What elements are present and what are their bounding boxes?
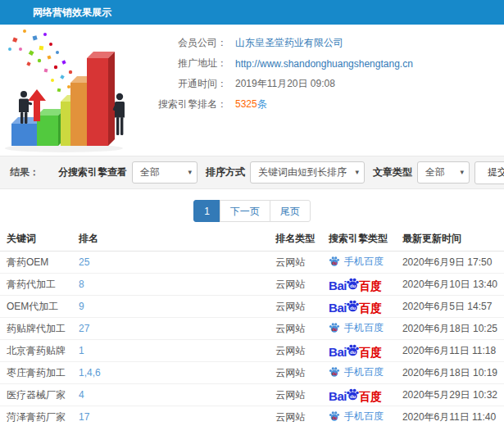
table-row: OEM代加工 9 云网站 Bai du 百度 2020年6月5日 14:57 [0, 296, 504, 318]
header-rank: 排名 [72, 227, 269, 252]
info-row-url: 推广地址： http://www.shandonghuangshengtang.… [152, 53, 413, 74]
updated-time-cell: 2020年6月18日 10:19 [396, 362, 504, 384]
baidu-paw-icon: du [329, 322, 340, 333]
keyword-cell: 枣庄膏药加工 [0, 362, 72, 384]
page-button-next[interactable]: 下一页 [220, 200, 270, 222]
promo-url-label: 推广地址： [152, 57, 227, 70]
engine-filter-value: 全部 [140, 166, 160, 178]
header-rank-type: 排名类型 [269, 227, 322, 252]
info-row-company: 会员公司： 山东皇圣堂药业有限公司 [152, 33, 413, 53]
page-button-current[interactable]: 1 [193, 200, 220, 222]
article-type-label: 文章类型 [373, 165, 412, 179]
baidu-logo: Bai du 百度 [329, 343, 382, 358]
mobile-baidu-logo: du 手机百度 [329, 365, 384, 379]
updated-time-cell: 2020年6月5日 14:57 [396, 296, 504, 318]
rank-type-cell: 云网站 [269, 340, 322, 362]
mobile-baidu-label: 手机百度 [344, 255, 384, 269]
open-time-value: 2019年11月20日 09:08 [235, 77, 335, 91]
engine-cell: Bai du 百度 [322, 340, 396, 362]
company-link[interactable]: 山东皇圣堂药业有限公司 [235, 37, 343, 48]
rank-link[interactable]: 4 [72, 384, 269, 406]
engine-cell: Bai du 百度 [322, 384, 396, 406]
baidu-paw-icon: du [346, 277, 360, 291]
rank-link[interactable]: 9 [72, 296, 269, 318]
member-info-fields: 会员公司： 山东皇圣堂药业有限公司 推广地址： http://www.shand… [152, 25, 413, 156]
keyword-ranking-table: 关键词 排名 排名类型 搜索引擎类型 最新更新时间 膏药OEM 25 云网站 d… [0, 227, 504, 426]
svg-text:du: du [350, 394, 356, 399]
keyword-cell: 膏药代加工 [0, 274, 72, 296]
svg-text:du: du [332, 416, 337, 420]
mobile-baidu-logo: du 手机百度 [329, 255, 384, 269]
keyword-cell: 膏药OEM [0, 252, 72, 274]
engine-cell: du 手机百度 [322, 318, 396, 340]
updated-time-cell: 2020年6月11日 11:40 [396, 406, 504, 426]
baidu-paw-icon: du [346, 343, 360, 357]
bar-green [37, 109, 65, 146]
open-time-label: 开通时间： [152, 77, 227, 91]
baidu-paw-icon: du [346, 387, 360, 401]
header-engine-type: 搜索引擎类型 [322, 227, 396, 252]
engine-cell: du 手机百度 [322, 252, 396, 274]
updated-time-cell: 2020年6月18日 10:25 [396, 318, 504, 340]
rank-link[interactable]: 1 [72, 340, 269, 362]
updated-time-cell: 2020年5月29日 10:32 [396, 384, 504, 406]
keyword-cell: OEM代加工 [0, 296, 72, 318]
svg-text:du: du [350, 350, 356, 355]
rank-count-value: 5325 [235, 98, 257, 110]
engine-cell: Bai du 百度 [322, 274, 396, 296]
svg-text:du: du [332, 372, 337, 376]
engine-cell: du 手机百度 [322, 362, 396, 384]
rank-type-cell: 云网站 [269, 318, 322, 340]
rank-type-cell: 云网站 [269, 274, 322, 296]
engine-filter-select[interactable]: 全部 [132, 161, 198, 184]
rank-count-suffix: 条 [257, 98, 267, 110]
svg-text:du: du [332, 261, 337, 265]
info-row-rank-count: 搜索引擎排名： 5325条 [152, 94, 413, 115]
updated-time-cell: 2020年6月9日 17:50 [396, 252, 504, 274]
sort-filter-label: 排序方式 [206, 165, 245, 179]
company-label: 会员公司： [152, 36, 227, 50]
mobile-baidu-label: 手机百度 [344, 365, 384, 379]
rank-link[interactable]: 1,4,6 [72, 362, 269, 384]
table-header-row: 关键词 排名 排名类型 搜索引擎类型 最新更新时间 [0, 227, 504, 252]
page-button-last[interactable]: 尾页 [270, 200, 311, 222]
rank-link[interactable]: 27 [72, 318, 269, 340]
mobile-baidu-logo: du 手机百度 [329, 321, 384, 335]
article-type-select[interactable]: 全部 [417, 161, 470, 184]
mobile-baidu-label: 手机百度 [344, 410, 384, 424]
bar-red [87, 52, 115, 146]
keyword-cell: 药贴牌代加工 [0, 318, 72, 340]
baidu-logo: Bai du 百度 [329, 299, 382, 314]
page-title: 网络营销效果展示 [33, 7, 111, 18]
filter-bar: 结果： 分搜索引擎查看 全部 排序方式 关键词由短到长排序 文章类型 全部 提交 [0, 156, 504, 189]
table-row: 菏泽膏药厂家 17 云网站 du 手机百度 2020年6月11日 11:40 [0, 406, 504, 426]
rank-type-cell: 云网站 [269, 296, 322, 318]
table-row: 药贴牌代加工 27 云网站 du 手机百度 2020年6月18日 10:25 [0, 318, 504, 340]
svg-text:du: du [350, 283, 356, 288]
rank-link[interactable]: 25 [72, 252, 269, 274]
rank-link[interactable]: 8 [72, 274, 269, 296]
table-row: 北京膏药贴牌 1 云网站 Bai du 百度 2020年6月11日 11:18 [0, 340, 504, 362]
info-section: 会员公司： 山东皇圣堂药业有限公司 推广地址： http://www.shand… [0, 25, 504, 156]
submit-button[interactable]: 提交 [474, 161, 504, 184]
engine-cell: du 手机百度 [322, 406, 396, 426]
page-title-bar: 网络营销效果展示 [0, 0, 504, 25]
baidu-paw-icon: du [346, 299, 360, 313]
keyword-cell: 菏泽膏药厂家 [0, 406, 72, 426]
table-row: 枣庄膏药加工 1,4,6 云网站 du 手机百度 2020年6月18日 10:1… [0, 362, 504, 384]
svg-text:du: du [332, 328, 337, 332]
updated-time-cell: 2020年6月11日 11:18 [396, 340, 504, 362]
filter-controls: 分搜索引擎查看 全部 排序方式 关键词由短到长排序 文章类型 全部 提交 [55, 161, 504, 184]
svg-text:du: du [350, 306, 356, 310]
baidu-logo: Bai du 百度 [329, 277, 382, 292]
baidu-logo: Bai du 百度 [329, 387, 382, 402]
pagination: 1 下一页 尾页 [0, 200, 504, 222]
baidu-paw-icon: du [329, 366, 340, 378]
engine-filter-label: 分搜索引擎查看 [58, 165, 127, 179]
engine-cell: Bai du 百度 [322, 296, 396, 318]
promo-url-link[interactable]: http://www.shandonghuangshengtang.cn [235, 58, 413, 70]
sort-filter-select[interactable]: 关键词由短到长排序 [250, 161, 365, 184]
updated-time-cell: 2020年6月10日 13:40 [396, 274, 504, 296]
header-updated: 最新更新时间 [396, 227, 504, 252]
rank-link[interactable]: 17 [72, 406, 269, 426]
